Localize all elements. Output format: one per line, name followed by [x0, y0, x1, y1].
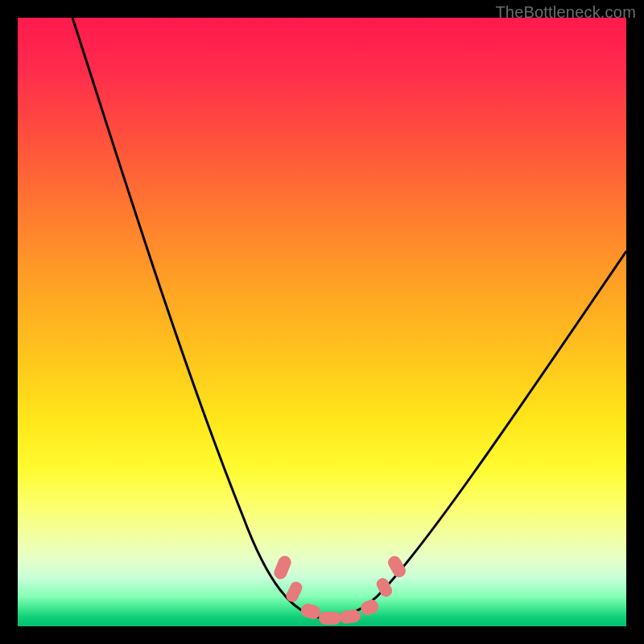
watermark-text: TheBottleneck.com [495, 3, 636, 22]
marker-pill [359, 597, 381, 617]
marker-pill [319, 612, 341, 625]
curve-left-branch [72, 18, 322, 618]
curve-right-branch [322, 251, 626, 618]
marker-pill [284, 580, 304, 604]
chart-overlay-svg [18, 18, 626, 626]
marker-pill [339, 609, 361, 624]
marker-pill [272, 554, 293, 581]
marker-group [272, 554, 408, 625]
